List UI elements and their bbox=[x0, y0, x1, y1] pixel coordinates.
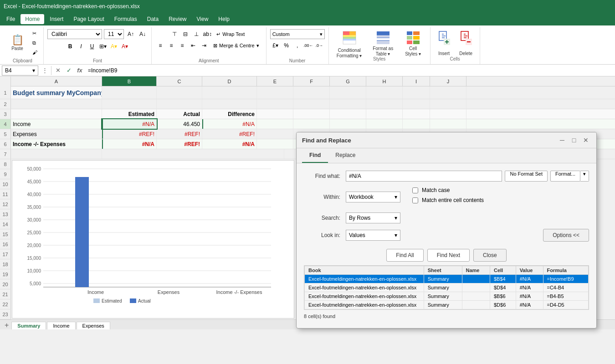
results-container[interactable]: Book Sheet Name Cell Value Formula Excel… bbox=[304, 265, 589, 310]
results-cell-value: #N/A bbox=[516, 275, 543, 283]
match-entire-checkbox[interactable] bbox=[412, 197, 418, 203]
find-next-button[interactable]: Find Next bbox=[427, 249, 470, 262]
results-cell-cell: $D$6 bbox=[490, 301, 516, 309]
format-arrow-icon[interactable]: ▾ bbox=[580, 171, 589, 182]
within-label: Within: bbox=[304, 194, 340, 200]
results-cell-book: Excel-foutmeldingen-natrekken-en-oplosse… bbox=[305, 292, 424, 301]
results-cell-name bbox=[462, 275, 490, 283]
match-case-row: Match case bbox=[412, 187, 484, 193]
match-entire-row: Match entire cell contents bbox=[412, 197, 484, 203]
within-input-wrap: Workbook ▾ Match case Match entire cell … bbox=[346, 187, 589, 207]
dialog-close-button[interactable]: ✕ bbox=[581, 135, 591, 145]
table-row[interactable]: Excel-foutmeldingen-natrekken-en-oplosse… bbox=[305, 275, 589, 283]
options-section: Within: Workbook ▾ Match case bbox=[304, 187, 589, 242]
look-in-row: Look in: Values ▾ Options << bbox=[304, 229, 589, 242]
no-format-set-button[interactable]: No Format Set bbox=[505, 171, 548, 182]
results-footer: 8 cell(s) found bbox=[304, 312, 589, 321]
find-replace-dialog: Find and Replace ─ □ ✕ Find Replace Find… bbox=[296, 132, 597, 329]
search-value: By Rows bbox=[349, 215, 370, 221]
dialog-title-bar: Find and Replace ─ □ ✕ bbox=[297, 132, 596, 148]
dialog-tabs: Find Replace bbox=[297, 148, 596, 163]
results-cell-cell: $B$6 bbox=[490, 292, 516, 301]
results-cell-sheet: Summary bbox=[424, 301, 462, 309]
within-value: Workbook bbox=[349, 194, 374, 200]
dialog-controls: ─ □ ✕ bbox=[557, 135, 591, 145]
match-entire-label: Match entire cell contents bbox=[422, 197, 484, 203]
search-row: Search: By Rows ▾ bbox=[304, 212, 589, 223]
find-format-dropdown-button[interactable]: No Format Set bbox=[505, 171, 548, 182]
results-cell-sheet: Summary bbox=[424, 292, 462, 301]
format-button[interactable]: Format... ▾ bbox=[550, 171, 589, 182]
find-what-input-wrap: No Format Set Format... ▾ bbox=[346, 171, 589, 182]
results-cell-book: Excel-foutmeldingen-natrekken-en-oplosse… bbox=[305, 275, 424, 283]
match-case-label: Match case bbox=[422, 187, 450, 193]
format-btn-label[interactable]: Format... bbox=[550, 171, 580, 182]
table-row[interactable]: Excel-foutmeldingen-natrekken-en-oplosse… bbox=[305, 301, 589, 309]
table-row[interactable]: Excel-foutmeldingen-natrekken-en-oplosse… bbox=[305, 283, 589, 292]
table-row[interactable]: Excel-foutmeldingen-natrekken-en-oplosse… bbox=[305, 292, 589, 301]
results-cell-cell: $B$4 bbox=[490, 275, 516, 283]
results-cell-formula: =C4-B4 bbox=[543, 283, 589, 292]
dialog-minimize-button[interactable]: ─ bbox=[557, 135, 567, 145]
results-col-book: Book bbox=[305, 266, 424, 275]
results-col-name: Name bbox=[462, 266, 490, 275]
results-col-sheet: Sheet bbox=[424, 266, 462, 275]
results-cell-book: Excel-foutmeldingen-natrekken-en-oplosse… bbox=[305, 283, 424, 292]
results-col-value: Value bbox=[516, 266, 543, 275]
results-header-row: Book Sheet Name Cell Value Formula bbox=[305, 266, 589, 275]
search-input-wrap: By Rows ▾ bbox=[346, 212, 589, 223]
dialog-actions: Find All Find Next Close bbox=[304, 249, 589, 262]
results-cell-name bbox=[462, 301, 490, 309]
search-dropdown[interactable]: By Rows ▾ bbox=[346, 212, 400, 223]
within-row: Within: Workbook ▾ Match case bbox=[304, 187, 589, 207]
find-what-row: Find what: No Format Set Format... ▾ bbox=[304, 171, 589, 182]
look-in-label: Look in: bbox=[304, 232, 340, 238]
within-arrow-icon: ▾ bbox=[395, 194, 397, 200]
results-cell-formula: =Income!B9 bbox=[543, 275, 589, 283]
results-cell-value: #N/A bbox=[516, 301, 543, 309]
results-col-formula: Formula bbox=[543, 266, 589, 275]
dialog-overlay: Find and Replace ─ □ ✕ Find Replace Find… bbox=[0, 0, 615, 329]
checkboxes-area: Match case Match entire cell contents bbox=[412, 187, 484, 207]
dialog-maximize-button[interactable]: □ bbox=[569, 135, 579, 145]
results-table: Book Sheet Name Cell Value Formula Excel… bbox=[304, 266, 589, 309]
tab-find[interactable]: Find bbox=[302, 148, 328, 163]
find-all-button[interactable]: Find All bbox=[386, 249, 423, 262]
dialog-title: Find and Replace bbox=[302, 137, 351, 144]
dialog-body: Find what: No Format Set Format... ▾ Wit… bbox=[297, 163, 596, 328]
results-cell-value: #N/A bbox=[516, 283, 543, 292]
results-cell-book: Excel-foutmeldingen-natrekken-en-oplosse… bbox=[305, 301, 424, 309]
within-dropdown[interactable]: Workbook ▾ bbox=[346, 192, 400, 202]
results-count: 8 cell(s) found bbox=[304, 313, 335, 319]
results-cell-value: #N/A bbox=[516, 292, 543, 301]
results-col-cell: Cell bbox=[490, 266, 516, 275]
results-cell-sheet: Summary bbox=[424, 283, 462, 292]
look-in-value: Values bbox=[349, 232, 365, 238]
find-what-label: Find what: bbox=[304, 173, 340, 179]
results-cell-name bbox=[462, 283, 490, 292]
results-cell-name bbox=[462, 292, 490, 301]
look-in-dropdown[interactable]: Values ▾ bbox=[346, 230, 400, 241]
tab-replace[interactable]: Replace bbox=[328, 148, 363, 163]
look-in-input-wrap: Values ▾ Options << bbox=[346, 229, 589, 242]
look-in-arrow-icon: ▾ bbox=[395, 232, 397, 238]
results-cell-sheet: Summary bbox=[424, 275, 462, 283]
close-button[interactable]: Close bbox=[473, 249, 507, 262]
results-cell-cell: $D$4 bbox=[490, 283, 516, 292]
search-arrow-icon: ▾ bbox=[395, 215, 397, 221]
results-cell-formula: =D4-D5 bbox=[543, 301, 589, 309]
search-label: Search: bbox=[304, 215, 340, 221]
match-case-checkbox[interactable] bbox=[412, 187, 418, 193]
options-button[interactable]: Options << bbox=[543, 229, 589, 242]
find-what-input[interactable] bbox=[346, 171, 502, 182]
results-cell-formula: =B4-B5 bbox=[543, 292, 589, 301]
